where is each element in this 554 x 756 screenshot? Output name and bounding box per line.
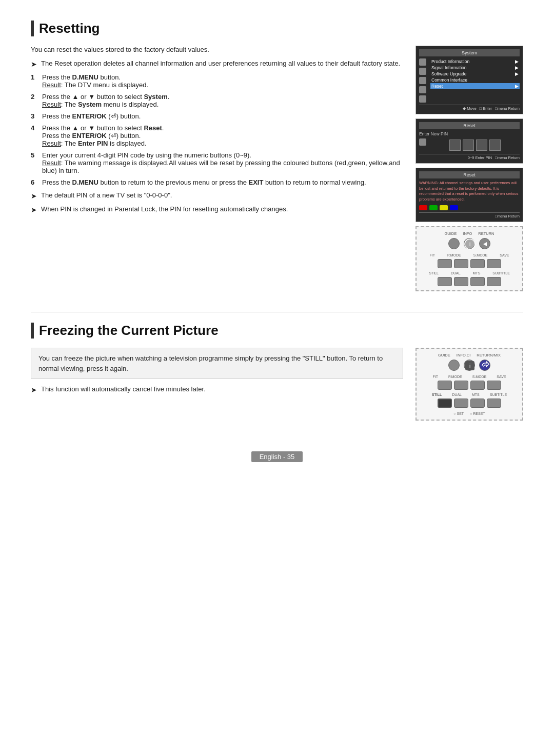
remote-btn-mts	[470, 277, 485, 286]
freezing-section: Freezing the Current Picture You can fre…	[31, 323, 523, 421]
screen1-menu-common: Common Interface	[430, 77, 520, 83]
remote-freeze-btn-still	[438, 399, 452, 408]
freezing-intro-text: You can freeze the picture when watching…	[38, 353, 395, 373]
btn-blue	[450, 205, 458, 210]
remote-btn-pmode	[454, 259, 468, 268]
screen2-subtitle: Enter New PIN	[419, 131, 520, 136]
screen1-menu-reset: Reset ▶	[430, 83, 520, 89]
btn-green	[429, 205, 438, 210]
btn-yellow	[440, 205, 448, 210]
screen1-nav: ◆ Move□ Enter□menu Return	[419, 105, 520, 111]
screen-reset-pin: Reset Enter New PIN 0~9 Enter PIN□menu R…	[416, 118, 523, 164]
screen1-title: System	[419, 49, 520, 56]
screen3-title: Reset	[419, 171, 520, 178]
color-buttons	[419, 205, 520, 210]
freeze-label-guide: GUIDE	[438, 353, 450, 357]
step-6: 6 Press the D.MENU button to return to t…	[31, 178, 403, 186]
remote-freeze-btn-mts	[470, 399, 485, 408]
pin-boxes	[430, 140, 520, 151]
remote-top-row: i	[421, 238, 518, 249]
screen1-menu-software: Software Upgrade ▶	[430, 71, 520, 77]
remote-btn-info: i	[464, 238, 475, 249]
remote-freeze-btn-pmode	[454, 381, 468, 390]
resetting-note-1: ➤ The Reset operation deletes all channe…	[31, 59, 403, 68]
remote-btn-still	[438, 277, 452, 286]
freezing-text-content: You can freeze the picture when watching…	[31, 348, 403, 421]
step-text-3: Press the ENTER/OK (⏎) button.	[42, 112, 403, 120]
page-footer: English - 35	[31, 451, 523, 462]
remote-btn-subtitle	[487, 277, 501, 286]
step-num-6: 6	[31, 178, 38, 186]
screen1-menu-product: Product Information ▶	[430, 58, 520, 65]
remote-mockup-freeze: GUIDE INFO.CI RETURN/MIX i	[416, 348, 523, 421]
resetting-note-text-1: The Reset operation deletes all channel …	[41, 59, 400, 67]
screen1-menu-signal: Signal Information ▶	[430, 65, 520, 71]
remote-label-row-top: GUIDE INFO RETURN	[445, 231, 494, 236]
arrow-icon-2: ➤	[31, 192, 37, 200]
resetting-section: Resetting You can reset the values store…	[31, 21, 523, 291]
remote-btn-save	[487, 259, 501, 268]
remote-freeze-btn-dual	[454, 399, 468, 408]
freezing-title: Freezing the Current Picture	[31, 323, 523, 339]
section-divider	[31, 312, 523, 312]
screen2-title: Reset	[419, 122, 520, 129]
remote-label-guide: GUIDE	[445, 231, 457, 236]
step-4: 4 Press the ▲ or ▼ button to select Rese…	[31, 124, 403, 147]
remote-mockup-reset: GUIDE INFO RETURN i	[416, 226, 523, 291]
screen2-nav: 0~9 Enter PIN□menu Return	[419, 154, 520, 160]
page-number-badge: English - 35	[251, 451, 303, 462]
steps-list: 1 Press the D.MENU button. Result: The D…	[31, 73, 403, 186]
remote-label-info: INFO	[463, 231, 472, 236]
screen-system-menu: System Product Information ▶ Signal Info…	[416, 46, 523, 114]
step-num-2: 2	[31, 93, 38, 101]
remote-btn-return	[479, 238, 490, 249]
step-num-5: 5	[31, 151, 38, 159]
resetting-content-block: You can reset the values stored to the f…	[31, 46, 523, 291]
step-num-4: 4	[31, 124, 38, 132]
step-text-1: Press the D.MENU button. Result: The DTV…	[42, 73, 403, 89]
remote-btn-guide	[448, 238, 460, 249]
freezing-screen-images: GUIDE INFO.CI RETURN/MIX i	[416, 348, 523, 421]
remote-btn-dual	[454, 277, 468, 286]
freezing-content-block: You can freeze the picture when watching…	[31, 348, 523, 421]
freeze-label-return: RETURN/MIX	[477, 353, 501, 357]
freeze-label-info: INFO.CI	[457, 353, 471, 357]
pin-box-3	[476, 140, 487, 151]
remote-freeze-btn-smode	[470, 381, 485, 390]
pin-box-2	[463, 140, 474, 151]
remote-freeze-btn-save	[487, 381, 501, 390]
step-num-3: 3	[31, 112, 38, 120]
pin-box-4	[489, 140, 501, 151]
pin-box-1	[449, 140, 461, 151]
screen-reset-warning: Reset WARNING: All channel settings and …	[416, 168, 523, 222]
step-num-1: 1	[31, 73, 38, 81]
freezing-note-1: ➤ This function will automatically cance…	[31, 385, 403, 394]
screen3-warning: WARNING: All channel settings and user p…	[419, 181, 520, 202]
svg-text:i: i	[469, 242, 470, 247]
resetting-text-content: You can reset the values stored to the f…	[31, 46, 403, 291]
resetting-extra-note-1: ➤ The default PIN of a new TV set is "0-…	[31, 191, 403, 200]
remote-freeze-label-row: GUIDE INFO.CI RETURN/MIX	[438, 353, 501, 357]
resetting-screen-images: System Product Information ▶ Signal Info…	[416, 46, 523, 291]
freezing-note-text-1: This function will automatically cancel …	[41, 385, 206, 393]
step-2: 2 Press the ▲ or ▼ button to select Syst…	[31, 93, 403, 108]
resetting-title: Resetting	[31, 21, 523, 36]
step-1: 1 Press the D.MENU button. Result: The D…	[31, 73, 403, 89]
step-text-2: Press the ▲ or ▼ button to select System…	[42, 93, 403, 108]
remote-freeze-btn-fit	[438, 381, 452, 390]
resetting-extra-note-text-2: When PIN is changed in Parental Lock, th…	[41, 205, 288, 213]
remote-btn-fit	[438, 259, 452, 268]
screen3-nav: □menu Return	[419, 212, 520, 218]
step-text-6: Press the D.MENU button to return to the…	[42, 178, 403, 186]
arrow-icon-3: ➤	[31, 206, 37, 214]
remote-freeze-btn-subtitle	[487, 399, 501, 408]
remote-freeze-top-row: i	[421, 360, 518, 371]
remote-freeze-btn-guide	[448, 360, 460, 371]
btn-red	[419, 205, 427, 210]
step-3: 3 Press the ENTER/OK (⏎) button.	[31, 112, 403, 120]
step-text-5: Enter your current 4-digit PIN code by u…	[42, 151, 403, 174]
svg-text:i: i	[469, 363, 470, 369]
arrow-icon-freeze: ➤	[31, 386, 37, 394]
remote-label-return: RETURN	[478, 231, 494, 236]
remote-freeze-btn-return	[479, 360, 490, 371]
